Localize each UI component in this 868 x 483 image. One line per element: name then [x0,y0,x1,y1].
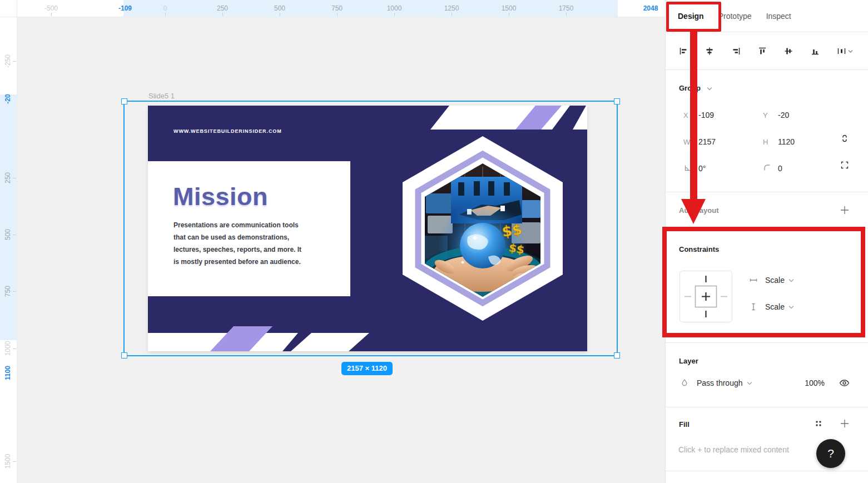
align-left-icon[interactable] [679,47,688,56]
ruler-label: 1000 [387,4,402,12]
ruler-tick [51,13,52,16]
add-auto-layout-icon[interactable] [840,205,850,215]
panel-tabs: Design Prototype Inspect [666,0,868,32]
x-value[interactable]: -109 [698,111,714,119]
y-value[interactable]: -20 [778,111,789,119]
frame-name-label[interactable]: Slide5 1 [148,92,175,100]
selection-size-badge: 2157 × 1120 [341,362,393,375]
fill-empty-hint: Click + to replace mixed content [678,445,789,454]
rotation-value[interactable]: 0° [698,164,706,173]
width-field[interactable]: W 2157 [683,134,761,150]
tab-inspect[interactable]: Inspect [766,12,791,21]
ruler-label: 1100 [4,366,12,380]
chevron-down-icon [788,305,794,309]
corner-radius-icon [763,163,778,173]
selection-handle-top-right[interactable] [614,98,620,104]
ruler-label: 0 [163,4,167,12]
constrain-proportions-icon[interactable] [839,133,850,144]
add-fill-icon[interactable] [840,419,850,429]
ruler-label: 750 [4,286,12,297]
ruler-label: 250 [217,4,228,12]
align-horizontal-centers-icon[interactable] [705,47,714,56]
height-field[interactable]: H 1120 [763,134,832,150]
ruler-label: 1000 [4,341,12,356]
horizontal-ruler[interactable]: -500-109025050075010001250150017502048 [17,0,665,17]
ruler-tick [280,13,280,16]
constraints-section: Constraints Scale Scale [666,228,868,343]
ruler-selection-range [0,94,17,340]
ruler-label: -20 [4,94,12,103]
ruler-label: 1750 [559,4,574,12]
auto-layout-section: Auto layout [666,192,868,228]
blend-mode-value[interactable]: Pass through [697,379,743,387]
height-label: H [763,138,778,146]
constraints-widget[interactable] [679,271,732,325]
ruler-label: 250 [4,172,12,183]
align-top-icon[interactable] [758,47,767,56]
y-position-field[interactable]: Y -20 [763,107,832,123]
ruler-label: 2048 [643,4,658,12]
vertical-ruler[interactable]: -250-20250500750100011001500 [0,17,17,483]
height-value[interactable]: 1120 [778,137,795,146]
ruler-tick [13,461,16,462]
layer-section: Layer Pass through 100% [666,343,868,407]
x-position-field[interactable]: X -109 [683,107,761,123]
x-label: X [683,111,698,119]
ruler-tick [566,13,567,16]
fill-styles-icon[interactable] [814,419,823,428]
ruler-label: 750 [331,4,343,12]
group-section-title[interactable]: Group [679,84,712,92]
horizontal-constraint-dropdown[interactable]: Scale [749,276,794,285]
chevron-down-icon[interactable] [707,87,712,91]
visibility-eye-icon[interactable] [839,379,850,387]
ruler-tick [13,235,16,235]
ruler-tick [337,13,338,16]
horizontal-constraint-value[interactable]: Scale [765,276,785,285]
ruler-label: 500 [4,229,12,240]
rotation-icon [683,163,698,173]
tab-design[interactable]: Design [678,12,704,21]
ruler-tick [165,13,166,16]
ruler-tick [222,13,223,16]
right-panel: Design Prototype Inspect Group [665,0,868,483]
ruler-label: 1500 [502,4,517,12]
corner-radius-value[interactable]: 0 [778,164,782,173]
independent-corners-icon[interactable] [839,160,850,171]
rotation-field[interactable]: 0° [683,161,761,176]
ruler-tick [13,291,16,292]
group-section: Group X -109 Y -20 W 2157 H 1120 0° 0 [666,71,868,192]
selection-handle-bottom-left[interactable] [121,352,127,358]
fill-title: Fill [679,420,690,429]
ruler-label: 500 [274,4,285,12]
vertical-constraint-dropdown[interactable]: Scale [749,302,794,311]
selection-handle-top-left[interactable] [121,98,127,104]
help-button[interactable]: ? [816,439,845,468]
width-label: W [683,138,698,146]
ruler-label: 1250 [444,4,459,12]
corner-radius-field[interactable]: 0 [763,161,832,176]
ruler-tick [394,13,395,16]
tab-prototype[interactable]: Prototype [718,12,752,21]
constraints-title: Constraints [679,245,719,253]
opacity-value[interactable]: 100% [805,379,825,387]
align-bottom-icon[interactable] [811,47,820,56]
alignment-toolbar [666,32,868,70]
auto-layout-title: Auto layout [679,206,719,215]
ruler-label: 1500 [4,454,12,469]
y-label: Y [763,111,778,119]
vertical-constraint-value[interactable]: Scale [765,302,785,311]
selection-handle-bottom-right[interactable] [614,352,620,358]
ruler-corner [0,0,17,17]
ruler-selection-range [123,0,618,17]
vertical-constraint-icon [749,302,758,311]
blend-mode-icon [680,379,689,387]
ruler-tick [13,178,16,178]
width-value[interactable]: 2157 [698,137,716,146]
distribute-spacing-more-icon[interactable] [837,47,854,56]
align-vertical-centers-icon[interactable] [784,47,793,56]
ruler-label: -500 [44,4,58,12]
align-right-icon[interactable] [732,47,741,56]
ruler-tick [509,13,509,16]
chevron-down-icon[interactable] [747,381,752,385]
chevron-down-icon [788,278,794,282]
